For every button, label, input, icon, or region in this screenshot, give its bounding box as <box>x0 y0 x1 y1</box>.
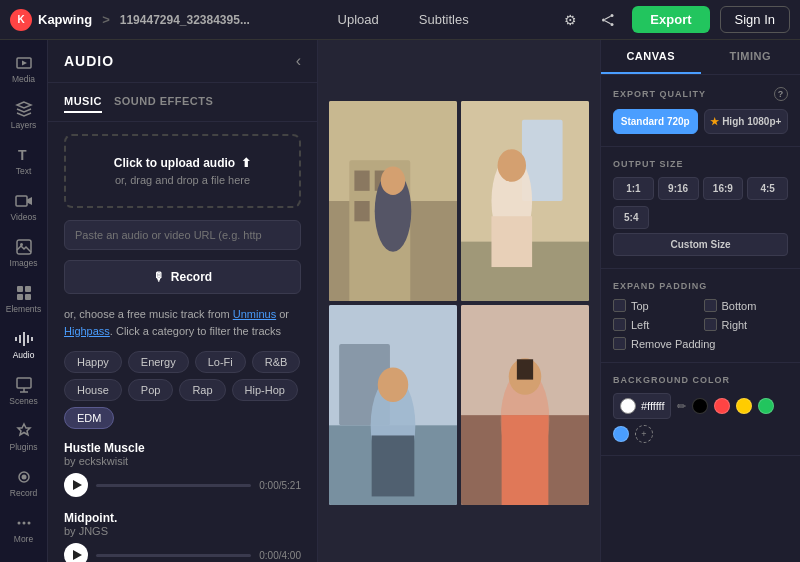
sidebar-item-record[interactable]: Record <box>2 462 46 504</box>
tab-music[interactable]: MUSIC <box>64 91 102 113</box>
svg-point-19 <box>17 522 20 525</box>
sidebar-item-scenes-label: Scenes <box>9 396 37 406</box>
genre-happy[interactable]: Happy <box>64 351 122 373</box>
track-progress-1[interactable] <box>96 484 251 487</box>
size-1-1[interactable]: 1:1 <box>613 177 654 200</box>
genre-edm[interactable]: EDM <box>64 407 114 429</box>
genre-house[interactable]: House <box>64 379 122 401</box>
sidebar-item-videos-label: Videos <box>11 212 37 222</box>
export-quality-section: EXPORT QUALITY ? Standard 720p ★ High 10… <box>601 75 800 147</box>
color-preset-black[interactable] <box>692 398 708 414</box>
app-name: Kapwing <box>38 12 92 27</box>
sidebar-item-text[interactable]: T Text <box>2 140 46 182</box>
canvas-image-3 <box>329 305 457 505</box>
canvas-image-2 <box>461 101 589 301</box>
topbar-center: Upload Subtitles <box>250 8 556 31</box>
canvas-image-4 <box>461 305 589 505</box>
track-progress-2[interactable] <box>96 554 251 557</box>
sidebar-item-media[interactable]: Media <box>2 48 46 90</box>
panel-title: AUDIO <box>64 53 114 69</box>
track-time-1: 0:00/5:21 <box>259 480 301 491</box>
genre-energy[interactable]: Energy <box>128 351 189 373</box>
url-input[interactable] <box>64 220 301 250</box>
remove-padding-option[interactable]: Remove Padding <box>613 337 788 350</box>
remove-padding-checkbox[interactable] <box>613 337 626 350</box>
color-picker-button[interactable]: + <box>635 425 653 443</box>
panel-tabs: MUSIC SOUND EFFECTS <box>48 83 317 122</box>
record-button[interactable]: 🎙 Record <box>64 260 301 294</box>
custom-size-button[interactable]: Custom Size <box>613 233 788 256</box>
unminus-link[interactable]: Unminus <box>233 308 276 320</box>
logo-icon: K <box>10 9 32 31</box>
track-artist-2: by JNGS <box>64 525 301 537</box>
svg-rect-25 <box>354 171 369 191</box>
genre-lo-fi[interactable]: Lo-Fi <box>195 351 246 373</box>
genre-hip-hop[interactable]: Hip-Hop <box>232 379 298 401</box>
logo[interactable]: K Kapwing > 119447294_32384395... <box>10 9 250 31</box>
mic-icon: 🎙 <box>153 270 165 284</box>
breadcrumb: 119447294_32384395... <box>120 13 250 27</box>
play-button-1[interactable] <box>64 473 88 497</box>
size-grid: 1:1 9:16 16:9 4:5 <box>613 177 788 200</box>
padding-options-grid: Top Bottom Left Right <box>613 299 788 331</box>
color-preset-blue[interactable] <box>613 426 629 442</box>
sidebar-item-images[interactable]: Images <box>2 232 46 274</box>
sidebar-item-more[interactable]: More <box>2 508 46 550</box>
padding-right-checkbox[interactable] <box>704 318 717 331</box>
padding-left-checkbox[interactable] <box>613 318 626 331</box>
tab-canvas[interactable]: CANVAS <box>601 40 701 74</box>
right-panel: CANVAS TIMING EXPORT QUALITY ? Standard … <box>600 40 800 562</box>
genre-rap[interactable]: Rap <box>179 379 225 401</box>
signin-button[interactable]: Sign In <box>720 6 790 33</box>
genre-pop[interactable]: Pop <box>128 379 174 401</box>
padding-bottom-checkbox[interactable] <box>704 299 717 312</box>
play-button-2[interactable] <box>64 543 88 562</box>
upload-area[interactable]: Click to upload audio ⬆ or, drag and dro… <box>64 134 301 208</box>
sidebar-item-images-label: Images <box>10 258 38 268</box>
color-preset-red[interactable] <box>714 398 730 414</box>
settings-button[interactable]: ⚙ <box>556 6 584 34</box>
upload-button[interactable]: Upload <box>330 8 387 31</box>
size-5-4[interactable]: 5:4 <box>613 206 649 229</box>
help-icon[interactable]: ? <box>774 87 788 101</box>
size-16-9[interactable]: 16:9 <box>703 177 744 200</box>
export-button[interactable]: Export <box>632 6 709 33</box>
track-item-1: Hustle Muscle by eckskwisit 0:00/5:21 <box>64 441 301 497</box>
sidebar-item-elements[interactable]: Elements <box>2 278 46 320</box>
color-preset-green[interactable] <box>758 398 774 414</box>
svg-line-4 <box>605 20 611 23</box>
subtitles-button[interactable]: Subtitles <box>411 8 477 31</box>
padding-top-checkbox[interactable] <box>613 299 626 312</box>
highpass-link[interactable]: Highpass <box>64 325 110 337</box>
svg-point-21 <box>27 522 30 525</box>
size-4-5[interactable]: 4:5 <box>747 177 788 200</box>
padding-bottom-option[interactable]: Bottom <box>704 299 789 312</box>
edit-color-icon[interactable]: ✏ <box>677 400 686 413</box>
sidebar-item-layers[interactable]: Layers <box>2 94 46 136</box>
color-hex-input[interactable]: #ffffff <box>613 393 671 419</box>
quality-premium-button[interactable]: ★ High 1080p+ <box>704 109 789 134</box>
quality-standard-button[interactable]: Standard 720p <box>613 109 698 134</box>
svg-rect-8 <box>16 196 27 206</box>
padding-right-option[interactable]: Right <box>704 318 789 331</box>
quality-buttons: Standard 720p ★ High 1080p+ <box>613 109 788 134</box>
sidebar-item-scenes[interactable]: Scenes <box>2 370 46 412</box>
svg-point-18 <box>21 475 26 480</box>
tab-timing[interactable]: TIMING <box>701 40 801 74</box>
canvas-area[interactable] <box>318 40 600 562</box>
panel-close-button[interactable]: ‹ <box>296 52 301 70</box>
sidebar-item-videos[interactable]: Videos <box>2 186 46 228</box>
sidebar-item-plugins[interactable]: Plugins <box>2 416 46 458</box>
svg-rect-41 <box>372 435 415 496</box>
padding-top-option[interactable]: Top <box>613 299 698 312</box>
color-preset-yellow[interactable] <box>736 398 752 414</box>
padding-left-option[interactable]: Left <box>613 318 698 331</box>
topbar-actions: ⚙ Export Sign In <box>556 6 790 34</box>
svg-point-29 <box>381 166 405 194</box>
tab-sound-effects[interactable]: SOUND EFFECTS <box>114 91 213 113</box>
sidebar-item-audio[interactable]: Audio <box>2 324 46 366</box>
genre-rb[interactable]: R&B <box>252 351 301 373</box>
right-tabs: CANVAS TIMING <box>601 40 800 75</box>
share-button[interactable] <box>594 6 622 34</box>
size-9-16[interactable]: 9:16 <box>658 177 699 200</box>
